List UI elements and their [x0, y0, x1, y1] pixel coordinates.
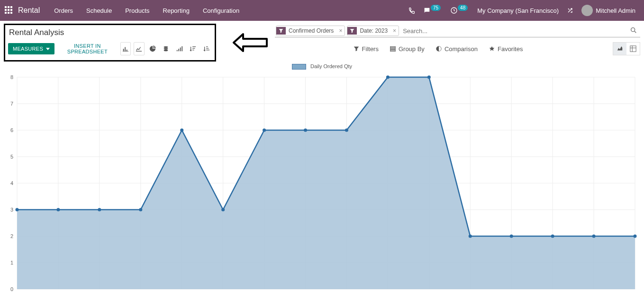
- svg-rect-10: [181, 46, 182, 52]
- annotation-arrow: [222, 24, 269, 53]
- legend-swatch: [292, 64, 306, 70]
- comparison-label: Comparison: [444, 45, 478, 53]
- svg-point-57: [263, 129, 266, 132]
- page-title: Rental Analysis: [8, 27, 212, 37]
- svg-point-60: [386, 76, 390, 79]
- svg-rect-12: [390, 47, 396, 48]
- svg-point-51: [16, 208, 19, 212]
- measures-label: MEASURES: [13, 46, 43, 52]
- graph-view-icon[interactable]: [613, 43, 626, 55]
- favorites-button[interactable]: Favorites: [489, 45, 523, 53]
- sort-desc-icon[interactable]: [188, 42, 198, 55]
- svg-text:0: 0: [10, 286, 13, 292]
- svg-rect-9: [180, 47, 181, 51]
- nav-schedule[interactable]: Schedule: [86, 7, 112, 14]
- svg-point-52: [56, 208, 60, 212]
- module-brand[interactable]: Rental: [18, 6, 40, 15]
- area-chart[interactable]: 01234567810 Jul 202311 Jul 202312 Jul 20…: [3, 74, 640, 292]
- nav-items: Orders Schedule Products Reporting Confi…: [54, 7, 239, 14]
- facet-close-icon[interactable]: ×: [336, 27, 345, 34]
- groupby-label: Group By: [399, 45, 425, 53]
- clock-icon[interactable]: 48: [450, 7, 470, 14]
- toolbar: MEASURES INSERT IN SPREADSHEET: [8, 40, 212, 57]
- search-col: Confirmed Orders × Date: 2023 × Filters: [275, 24, 640, 55]
- facet-label: Date: 2023: [357, 26, 390, 35]
- svg-point-61: [427, 76, 431, 79]
- svg-point-63: [510, 235, 513, 238]
- clock-badge: 48: [458, 5, 468, 11]
- tools-icon[interactable]: [566, 7, 574, 14]
- svg-point-11: [631, 27, 635, 31]
- view-switcher: [613, 42, 640, 55]
- control-row: Rental Analysis MEASURES INSERT IN SPREA…: [0, 21, 644, 62]
- svg-text:8: 8: [10, 74, 13, 80]
- bar-chart-icon[interactable]: [120, 42, 131, 55]
- favorites-label: Favorites: [498, 45, 523, 53]
- svg-point-59: [345, 129, 348, 132]
- highlight-box: Rental Analysis MEASURES INSERT IN SPREA…: [4, 24, 216, 62]
- phone-icon[interactable]: [408, 7, 416, 14]
- nav-reporting[interactable]: Reporting: [163, 7, 190, 14]
- nav-products[interactable]: Products: [125, 7, 149, 14]
- svg-point-54: [139, 208, 142, 212]
- svg-point-58: [304, 129, 307, 132]
- svg-text:2: 2: [10, 233, 13, 239]
- svg-point-4: [164, 46, 168, 48]
- pie-chart-icon[interactable]: [147, 42, 158, 55]
- apps-icon[interactable]: [5, 6, 13, 15]
- pivot-view-icon[interactable]: [626, 43, 640, 55]
- svg-text:1: 1: [10, 260, 13, 265]
- svg-rect-13: [390, 48, 396, 49]
- svg-point-56: [221, 208, 225, 212]
- svg-text:7: 7: [10, 101, 13, 106]
- filter-icon: [347, 27, 357, 35]
- svg-rect-7: [177, 50, 178, 52]
- user-menu[interactable]: Mitchell Admin: [581, 5, 635, 16]
- legend-label: Daily Ordered Qty: [310, 63, 352, 69]
- insert-spreadsheet-button[interactable]: INSERT IN SPREADSHEET: [57, 40, 117, 57]
- nav-orders[interactable]: Orders: [54, 7, 73, 14]
- svg-point-62: [469, 235, 472, 238]
- signal-icon[interactable]: [174, 42, 185, 55]
- svg-rect-1: [123, 49, 124, 51]
- facet-close-icon[interactable]: ×: [390, 27, 399, 34]
- chart-legend: Daily Ordered Qty: [0, 62, 644, 71]
- svg-rect-14: [390, 50, 396, 51]
- filter-icon: [276, 27, 286, 35]
- stacked-icon[interactable]: [161, 42, 171, 55]
- company-switcher[interactable]: My Company (San Francisco): [477, 7, 559, 14]
- facet-label: Confirmed Orders: [286, 26, 336, 35]
- measures-button[interactable]: MEASURES: [8, 43, 54, 54]
- chat-badge: 75: [431, 5, 441, 11]
- svg-point-5: [164, 48, 168, 50]
- caret-down-icon: [46, 48, 50, 50]
- svg-point-53: [98, 208, 101, 212]
- comparison-button[interactable]: Comparison: [436, 45, 478, 53]
- search-bar: Confirmed Orders × Date: 2023 ×: [275, 25, 640, 37]
- chat-icon[interactable]: 75: [423, 7, 443, 14]
- search-icon[interactable]: [628, 27, 639, 35]
- top-nav: Rental Orders Schedule Products Reportin…: [0, 0, 644, 21]
- svg-text:3: 3: [10, 207, 13, 212]
- svg-point-55: [180, 129, 183, 132]
- svg-point-6: [164, 50, 168, 52]
- filters-label: Filters: [362, 45, 379, 53]
- filters-button[interactable]: Filters: [354, 45, 379, 53]
- line-chart-icon[interactable]: [134, 42, 144, 55]
- svg-point-66: [634, 235, 637, 238]
- svg-point-64: [551, 235, 554, 238]
- sort-asc-icon[interactable]: [201, 42, 212, 55]
- svg-rect-3: [127, 50, 127, 52]
- facet-confirmed-orders[interactable]: Confirmed Orders ×: [276, 26, 345, 36]
- search-input[interactable]: [401, 26, 626, 36]
- svg-text:6: 6: [10, 127, 13, 133]
- svg-rect-8: [178, 49, 179, 51]
- svg-rect-16: [630, 46, 636, 52]
- groupby-button[interactable]: Group By: [390, 45, 425, 53]
- facet-date[interactable]: Date: 2023 ×: [347, 26, 399, 36]
- svg-text:4: 4: [10, 180, 13, 186]
- svg-point-65: [592, 235, 596, 238]
- svg-text:5: 5: [10, 154, 13, 159]
- nav-configuration[interactable]: Configuration: [203, 7, 239, 14]
- chart-area: 01234567810 Jul 202311 Jul 202312 Jul 20…: [3, 74, 640, 292]
